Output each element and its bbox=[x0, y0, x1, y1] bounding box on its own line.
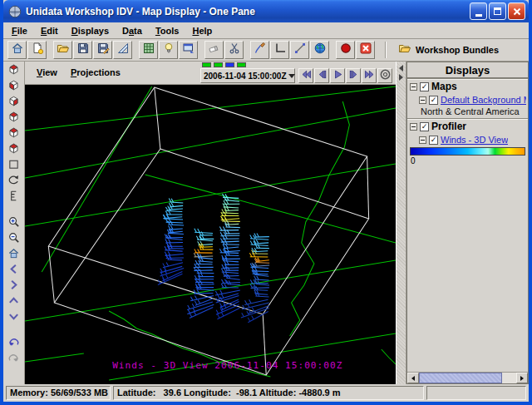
pan-left-button[interactable] bbox=[6, 263, 22, 279]
scroll-right-button[interactable] bbox=[516, 373, 528, 383]
pen-button[interactable] bbox=[250, 41, 269, 59]
pan-left-icon bbox=[7, 263, 20, 279]
cube-left-button[interactable] bbox=[6, 79, 22, 95]
collapse-toggle[interactable] bbox=[410, 123, 417, 131]
close-icon bbox=[512, 7, 522, 17]
ruler-button[interactable] bbox=[6, 190, 22, 205]
wind-barb bbox=[222, 288, 239, 289]
animation-properties-button[interactable] bbox=[377, 68, 392, 83]
play-button[interactable] bbox=[330, 68, 345, 83]
wind-barb bbox=[165, 242, 183, 243]
pan-down-button[interactable] bbox=[6, 310, 22, 326]
display-button[interactable] bbox=[159, 41, 178, 59]
rotate-view-icon bbox=[7, 174, 20, 190]
display-icon bbox=[162, 42, 175, 58]
menu-data[interactable]: Data bbox=[116, 24, 149, 37]
undo-button[interactable] bbox=[6, 336, 22, 352]
titlebar[interactable]: Unidata Workshop IDV - Map Display - One… bbox=[3, 0, 529, 22]
menu-file[interactable]: File bbox=[5, 24, 34, 37]
go-end-button[interactable] bbox=[362, 68, 377, 83]
collapse-right-icon[interactable] bbox=[399, 74, 403, 81]
wind-barb bbox=[194, 293, 213, 294]
colorbar[interactable] bbox=[410, 147, 525, 156]
cube-back-button[interactable] bbox=[6, 126, 22, 142]
scroll-left-button[interactable] bbox=[407, 373, 419, 383]
open-folder-button[interactable] bbox=[53, 41, 72, 59]
rotate-view-button[interactable] bbox=[6, 174, 22, 190]
time-combobox[interactable]: 2006-11-04 15:00:00Z bbox=[200, 68, 295, 83]
viewpoint-toolbar bbox=[3, 62, 25, 384]
plot-axes-button[interactable] bbox=[270, 41, 289, 59]
collapse-left-icon[interactable] bbox=[399, 65, 403, 72]
box-outline-button[interactable] bbox=[6, 158, 22, 174]
collapse-toggle[interactable] bbox=[419, 136, 426, 144]
cut-button[interactable] bbox=[224, 41, 244, 59]
triangle-right-icon bbox=[520, 376, 524, 381]
pen-icon bbox=[254, 42, 267, 58]
cube-front-button[interactable] bbox=[6, 111, 22, 126]
draw-line-button[interactable] bbox=[290, 41, 309, 59]
minimize-button[interactable] bbox=[470, 2, 487, 20]
menu-view[interactable]: View bbox=[30, 66, 64, 79]
panel-splitter[interactable] bbox=[396, 62, 406, 384]
menu-tools[interactable]: Tools bbox=[149, 24, 186, 37]
globe-icon bbox=[313, 42, 327, 58]
legend-group-profiler: ✓Profiler bbox=[407, 118, 528, 134]
memory-status: Memory: 56/69/533 MB bbox=[6, 386, 111, 400]
menu-displays[interactable]: Displays bbox=[65, 24, 116, 37]
pan-right-button[interactable] bbox=[6, 279, 22, 294]
cube-right-button[interactable] bbox=[6, 95, 22, 111]
drawing-tool-button[interactable] bbox=[113, 41, 132, 59]
eraser-button[interactable] bbox=[204, 41, 224, 59]
toolbar-group bbox=[7, 41, 47, 59]
scrollbar-track[interactable] bbox=[502, 373, 516, 383]
chevron-down-icon bbox=[288, 74, 295, 78]
plot-axes-icon bbox=[273, 42, 287, 58]
home-view-button[interactable] bbox=[6, 247, 22, 263]
workshop-bundles-button[interactable]: Workshop Bundles bbox=[393, 40, 504, 60]
wind-barb bbox=[220, 253, 239, 254]
scrollbar-thumb[interactable] bbox=[419, 373, 502, 383]
save-as-button[interactable] bbox=[93, 41, 112, 59]
map-view-3d[interactable]: Winds - 3D View 2006-11-04 15:00:00Z bbox=[25, 85, 396, 384]
cube-top-button[interactable] bbox=[6, 63, 22, 79]
home-button[interactable] bbox=[7, 41, 27, 59]
step-back-button[interactable] bbox=[314, 68, 329, 83]
cube-bottom-button[interactable] bbox=[6, 142, 22, 158]
new-document-button[interactable] bbox=[27, 41, 47, 59]
time-step-1 bbox=[214, 62, 223, 67]
scene-background bbox=[25, 85, 396, 384]
window-button[interactable] bbox=[179, 41, 198, 59]
menu-edit[interactable]: Edit bbox=[34, 24, 65, 37]
zoom-in-button[interactable] bbox=[6, 215, 22, 231]
cube-left-icon bbox=[7, 79, 20, 95]
toolbar-group bbox=[139, 41, 199, 59]
displays-legend-panel: Displays ✓Maps✓Default Background Ma...N… bbox=[406, 62, 529, 384]
visibility-checkbox[interactable]: ✓ bbox=[429, 96, 438, 105]
record-button[interactable] bbox=[336, 41, 355, 59]
data-selector-button[interactable] bbox=[139, 41, 158, 59]
display-link[interactable]: Default Background Ma... bbox=[441, 95, 526, 105]
maximize-button[interactable] bbox=[489, 2, 506, 20]
go-start-button[interactable] bbox=[298, 68, 313, 83]
redo-button[interactable] bbox=[6, 352, 22, 368]
cancel-button[interactable] bbox=[356, 41, 375, 59]
zoom-out-button[interactable] bbox=[6, 231, 22, 247]
visibility-checkbox[interactable]: ✓ bbox=[429, 136, 438, 145]
collapse-toggle[interactable] bbox=[419, 96, 426, 104]
globe-button[interactable] bbox=[310, 41, 329, 59]
close-button[interactable] bbox=[508, 2, 525, 20]
wind-barb bbox=[167, 259, 182, 260]
visibility-checkbox[interactable]: ✓ bbox=[420, 82, 429, 91]
legend-horizontal-scrollbar[interactable] bbox=[407, 372, 528, 383]
menu-projections[interactable]: Projections bbox=[64, 66, 127, 79]
pan-up-button[interactable] bbox=[6, 294, 22, 310]
collapse-toggle[interactable] bbox=[410, 83, 417, 91]
visibility-checkbox[interactable]: ✓ bbox=[420, 122, 429, 131]
menu-help[interactable]: Help bbox=[185, 24, 219, 37]
step-forward-button[interactable] bbox=[346, 68, 361, 83]
display-link[interactable]: Winds - 3D View bbox=[441, 135, 508, 145]
save-button[interactable] bbox=[73, 41, 92, 59]
redo-icon bbox=[7, 352, 20, 368]
toolbar-group bbox=[204, 41, 244, 59]
